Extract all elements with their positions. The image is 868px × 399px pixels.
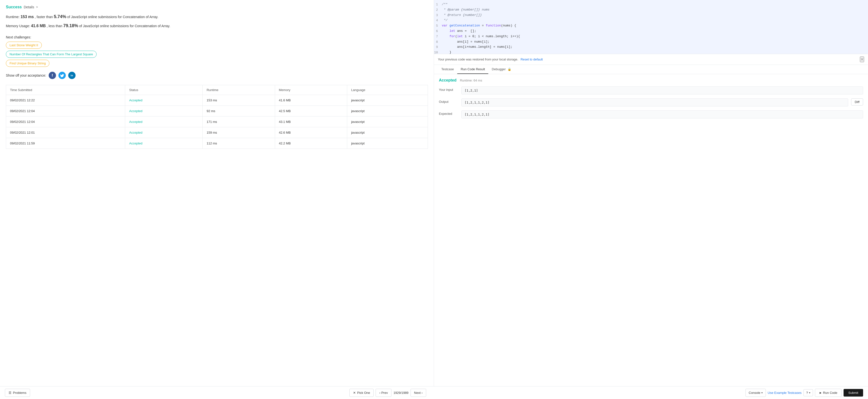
submit-button[interactable]: Submit bbox=[843, 389, 863, 397]
input-row: Your input [1,2,1] bbox=[439, 86, 863, 94]
chevron-down-icon: ▾ bbox=[762, 392, 763, 394]
line-number: 2 bbox=[434, 7, 442, 13]
cell-status[interactable]: Accepted bbox=[125, 127, 203, 138]
cell-status[interactable]: Accepted bbox=[125, 138, 203, 149]
cell-time: 09/02/2021 11:59 bbox=[6, 138, 125, 149]
pick-one-button[interactable]: ✕ Pick One bbox=[349, 389, 374, 397]
cell-runtime: 171 ms bbox=[203, 116, 275, 127]
line-number: 9 bbox=[434, 45, 442, 50]
diff-button[interactable]: Diff bbox=[851, 98, 863, 106]
next-button[interactable]: Next › bbox=[410, 389, 427, 397]
problems-button[interactable]: ☰ Problems bbox=[5, 389, 30, 397]
cell-memory: 42.6 MB bbox=[275, 127, 347, 138]
table-row: 09/02/2021 12:04 Accepted 171 ms 43.1 MB… bbox=[6, 116, 428, 127]
pick-one-label: Pick One bbox=[357, 391, 370, 395]
social-row: Show off your acceptance: f in bbox=[6, 72, 428, 79]
tab-testcase[interactable]: Testcase bbox=[438, 65, 457, 74]
hamburger-icon: ☰ bbox=[8, 391, 11, 395]
input-value: [1,2,1] bbox=[461, 86, 863, 94]
col-header-time: Time Submitted bbox=[6, 85, 125, 95]
challenge-btn-2[interactable]: Number Of Rectangles That Can Form The L… bbox=[6, 51, 97, 58]
left-panel: Success Details > Runtime: 153 ms , fast… bbox=[0, 0, 434, 386]
problems-label: Problems bbox=[13, 391, 26, 395]
cell-language: javascript bbox=[347, 138, 428, 149]
line-number: 7 bbox=[434, 34, 442, 39]
accepted-badge: Accepted bbox=[439, 78, 457, 83]
linkedin-icon[interactable]: in bbox=[68, 72, 75, 79]
code-editor[interactable]: 1/**2 * @param {number[]} nums3 * @retur… bbox=[434, 0, 868, 54]
bottom-left: ☰ Problems bbox=[5, 389, 30, 397]
runtime-percent: 5.74% bbox=[54, 14, 66, 19]
page-number: 1929/1989 bbox=[394, 391, 408, 395]
notification-text: Your previous code was restored from you… bbox=[438, 58, 543, 61]
cell-time: 09/02/2021 12:01 bbox=[6, 127, 125, 138]
notification-message: Your previous code was restored from you… bbox=[438, 58, 518, 61]
line-number: 8 bbox=[434, 39, 442, 45]
cell-language: javascript bbox=[347, 106, 428, 116]
console-button[interactable]: Console ▾ bbox=[745, 389, 766, 397]
code-line: 4 */ bbox=[434, 18, 868, 23]
details-link[interactable]: Details bbox=[24, 5, 34, 9]
cell-time: 09/02/2021 12:22 bbox=[6, 95, 125, 106]
output-label: Output bbox=[439, 98, 459, 104]
output-value: [1,2,1,1,2,1] bbox=[461, 98, 848, 107]
memory-stat: Memory Usage: 41.6 MB , less than 79.18%… bbox=[6, 22, 428, 29]
cell-status[interactable]: Accepted bbox=[125, 95, 203, 106]
cell-status[interactable]: Accepted bbox=[125, 106, 203, 116]
challenge-buttons: Last Stone Weight II Number Of Rectangle… bbox=[6, 41, 428, 67]
cell-memory: 43.1 MB bbox=[275, 116, 347, 127]
line-content: } bbox=[442, 50, 452, 54]
code-line: 10 } bbox=[434, 50, 868, 54]
runtime-suffix: of JavaScript online submissions for Con… bbox=[67, 15, 158, 19]
facebook-icon[interactable]: f bbox=[49, 72, 56, 79]
code-line: 7 for(let i = 0; i < nums.length; i++){ bbox=[434, 34, 868, 39]
run-code-button[interactable]: ► Run Code bbox=[815, 389, 842, 397]
runtime-value: 153 ms bbox=[21, 15, 34, 19]
use-example-testcases-button[interactable]: Use Example Testcases bbox=[768, 391, 802, 395]
output-row: Output [1,2,1,1,2,1] Diff bbox=[439, 98, 863, 107]
challenge-btn-3[interactable]: Find Unique Binary String bbox=[6, 60, 50, 67]
help-chevron-icon: ▾ bbox=[809, 392, 810, 394]
memory-suffix: of JavaScript online submissions for Con… bbox=[79, 24, 170, 28]
cell-status[interactable]: Accepted bbox=[125, 116, 203, 127]
challenge-btn-1[interactable]: Last Stone Weight II bbox=[6, 41, 42, 49]
line-content: /** bbox=[442, 2, 447, 7]
result-runtime: Runtime: 64 ms bbox=[460, 79, 482, 82]
result-area: Accepted Runtime: 64 ms Your input [1,2,… bbox=[434, 74, 868, 386]
code-line: 1/** bbox=[434, 2, 868, 7]
cell-runtime: 153 ms bbox=[203, 95, 275, 106]
line-number: 5 bbox=[434, 23, 442, 29]
twitter-icon[interactable] bbox=[58, 72, 66, 79]
col-header-runtime: Runtime bbox=[203, 85, 275, 95]
cell-language: javascript bbox=[347, 127, 428, 138]
cell-runtime: 112 ms bbox=[203, 138, 275, 149]
table-row: 09/02/2021 12:01 Accepted 159 ms 42.6 MB… bbox=[6, 127, 428, 138]
col-header-memory: Memory bbox=[275, 85, 347, 95]
expected-row: Expected [1,2,1,1,2,1] bbox=[439, 110, 863, 118]
cell-language: javascript bbox=[347, 116, 428, 127]
tab-run-code-result[interactable]: Run Code Result bbox=[457, 65, 488, 74]
right-panel: 1/**2 * @param {number[]} nums3 * @retur… bbox=[434, 0, 868, 386]
lock-icon: 🔒 bbox=[507, 67, 511, 71]
success-label: Success bbox=[6, 5, 22, 9]
expected-label: Expected bbox=[439, 110, 459, 116]
line-number: 4 bbox=[434, 18, 442, 23]
col-header-status: Status bbox=[125, 85, 203, 95]
line-content: for(let i = 0; i < nums.length; i++){ bbox=[442, 34, 520, 39]
help-button[interactable]: ? ▾ bbox=[803, 389, 813, 396]
bottom-right: Console ▾ Use Example Testcases ? ▾ ► Ru… bbox=[745, 389, 863, 397]
prev-button[interactable]: ‹ Prev bbox=[376, 389, 392, 397]
memory-percent: 79.18% bbox=[63, 23, 78, 28]
table-row: 09/02/2021 12:22 Accepted 153 ms 41.6 MB… bbox=[6, 95, 428, 106]
next-challenges-label: Next challenges: bbox=[6, 35, 428, 39]
tab-debugger[interactable]: Debugger 🔒 bbox=[488, 65, 515, 74]
cell-runtime: 159 ms bbox=[203, 127, 275, 138]
reset-link[interactable]: Reset to default bbox=[521, 58, 543, 61]
runtime-line-label: Runtime: bbox=[6, 15, 20, 19]
close-notification-button[interactable]: ✕ bbox=[860, 57, 864, 62]
line-content: */ bbox=[442, 18, 447, 23]
code-line: 8 ans[i] = nums[i]; bbox=[434, 39, 868, 45]
cell-language: javascript bbox=[347, 95, 428, 106]
cell-memory: 42.2 MB bbox=[275, 138, 347, 149]
line-content: let ans = []; bbox=[442, 29, 476, 34]
